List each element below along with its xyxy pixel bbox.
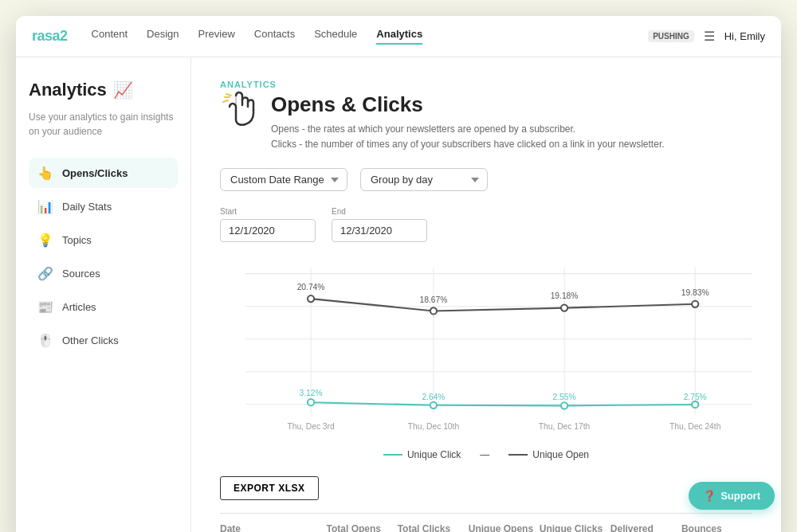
- legend-click-line: [383, 454, 402, 456]
- sidebar-icon: 🔗: [37, 264, 54, 282]
- nav-items: ContentDesignPreviewContactsScheduleAnal…: [92, 28, 649, 45]
- sidebar-item-label: Sources: [62, 268, 100, 280]
- hamburger-icon[interactable]: ☰: [704, 29, 715, 44]
- export-button[interactable]: EXPORT XLSX: [220, 476, 319, 500]
- chart-area: 25 20 15 10 5 0: [245, 261, 752, 436]
- svg-text:19.83%: 19.83%: [681, 289, 709, 298]
- legend-click: Unique Click: [383, 449, 461, 460]
- support-icon: ❓: [703, 490, 716, 502]
- legend-open: Unique Open: [508, 449, 589, 460]
- sidebar-item-opens-clicks[interactable]: 👆Opens/Clicks: [29, 158, 178, 188]
- col-total-opens: Total Opens: [327, 523, 398, 532]
- start-date-label: Start: [220, 207, 316, 216]
- svg-point-26: [308, 399, 314, 405]
- page-title: Opens & Clicks: [271, 92, 665, 117]
- nav-item-analytics[interactable]: Analytics: [376, 28, 422, 45]
- col-total-clicks: Total Clicks: [398, 523, 469, 532]
- user-greeting[interactable]: Hi, Emily: [724, 30, 765, 42]
- svg-text:Thu, Dec 24th: Thu, Dec 24th: [669, 422, 721, 431]
- legend-open-line: [508, 454, 528, 456]
- col-bounces: Bounces: [681, 523, 752, 532]
- filter-row: Custom Date RangeLast 7 daysLast 30 days…: [220, 168, 752, 191]
- analytics-icon: 📈: [113, 80, 133, 100]
- sidebar-item-label: Other Clicks: [62, 334, 119, 346]
- sidebar-item-other-clicks[interactable]: 🖱️Other Clicks: [29, 325, 178, 355]
- pushing-badge: PUSHING: [648, 30, 694, 42]
- svg-point-29: [692, 401, 698, 408]
- page-header: Opens & Clicks Opens - the rates at whic…: [220, 92, 752, 152]
- svg-text:20.74%: 20.74%: [297, 284, 325, 292]
- sidebar-item-topics[interactable]: 💡Topics: [29, 225, 178, 255]
- date-range-inputs: Start End: [220, 207, 752, 242]
- analytics-label: ANALYTICS: [220, 80, 752, 89]
- table-header: DateTotal OpensTotal ClicksUnique OpensU…: [220, 513, 752, 532]
- svg-text:2.64%: 2.64%: [422, 393, 445, 401]
- chart-legend: Unique Click — Unique Open: [220, 449, 752, 460]
- svg-line-2: [226, 94, 231, 96]
- start-date-input[interactable]: [220, 219, 316, 242]
- sidebar-item-label: Daily Stats: [62, 201, 112, 213]
- svg-text:Thu, Dec 17th: Thu, Dec 17th: [539, 422, 591, 431]
- end-date-input[interactable]: [332, 219, 427, 242]
- sidebar-item-label: Articles: [62, 301, 96, 313]
- hand-pointer-icon: [220, 89, 258, 127]
- top-navigation: rasa2 ContentDesignPreviewContactsSchedu…: [16, 16, 781, 57]
- app-window: rasa2 ContentDesignPreviewContactsSchedu…: [16, 16, 781, 532]
- line-chart: 25 20 15 10 5 0: [245, 261, 752, 436]
- sidebar-icon: 📊: [37, 198, 54, 215]
- sidebar-icon: 💡: [37, 231, 54, 248]
- sidebar-item-label: Topics: [62, 234, 92, 246]
- svg-text:Thu, Dec 10th: Thu, Dec 10th: [408, 422, 460, 431]
- sidebar-nav: 👆Opens/Clicks📊Daily Stats💡Topics🔗Sources…: [29, 158, 178, 355]
- svg-text:2.55%: 2.55%: [553, 393, 576, 401]
- nav-item-contacts[interactable]: Contacts: [254, 28, 295, 45]
- nav-item-schedule[interactable]: Schedule: [314, 28, 357, 45]
- sidebar-item-articles[interactable]: 📰Articles: [29, 291, 178, 322]
- logo: rasa2: [32, 28, 68, 45]
- start-date-field: Start: [220, 207, 316, 242]
- end-date-label: End: [332, 207, 427, 216]
- support-label: Support: [720, 490, 760, 502]
- sidebar-title: Analytics 📈: [29, 80, 178, 100]
- sidebar-icon: 🖱️: [37, 331, 54, 349]
- sidebar-description: Use your analytics to gain insights on y…: [29, 110, 178, 139]
- nav-item-design[interactable]: Design: [147, 28, 179, 45]
- date-range-select[interactable]: Custom Date RangeLast 7 daysLast 30 days…: [220, 168, 347, 191]
- nav-item-content[interactable]: Content: [92, 28, 128, 45]
- svg-text:18.67%: 18.67%: [420, 295, 448, 304]
- col-date: Date: [220, 523, 327, 532]
- page-description: Opens - the rates at which your newslett…: [271, 122, 665, 152]
- legend-click-label: Unique Click: [407, 449, 461, 460]
- main-content: ANALYTICS Opens & Clicks: [191, 57, 781, 532]
- svg-text:19.18%: 19.18%: [551, 292, 579, 301]
- svg-point-18: [308, 295, 314, 302]
- col-unique-opens: Unique Opens: [469, 523, 540, 532]
- svg-point-28: [561, 403, 567, 409]
- sidebar-item-label: Opens/Clicks: [62, 167, 128, 179]
- col-delivered: Delivered: [611, 523, 681, 532]
- sidebar: Analytics 📈 Use your analytics to gain i…: [16, 57, 191, 532]
- svg-text:2.75%: 2.75%: [684, 393, 707, 401]
- svg-point-21: [692, 301, 698, 307]
- svg-point-20: [561, 305, 567, 311]
- sidebar-icon: 📰: [37, 298, 54, 315]
- sidebar-item-daily-stats[interactable]: 📊Daily Stats: [29, 191, 178, 221]
- nav-item-preview[interactable]: Preview: [198, 28, 235, 45]
- sidebar-item-sources[interactable]: 🔗Sources: [29, 258, 178, 288]
- svg-line-1: [223, 100, 228, 102]
- legend-open-label: Unique Open: [532, 449, 589, 460]
- chart-svg: 25 20 15 10 5 0: [245, 261, 752, 436]
- sidebar-icon: 👆: [37, 164, 54, 182]
- main-layout: Analytics 📈 Use your analytics to gain i…: [16, 57, 781, 532]
- svg-text:Thu, Dec 3rd: Thu, Dec 3rd: [287, 422, 335, 431]
- nav-right: PUSHING ☰ Hi, Emily: [648, 29, 765, 44]
- svg-point-19: [430, 308, 437, 315]
- legend-separator: —: [480, 449, 489, 460]
- svg-text:3.12%: 3.12%: [300, 389, 323, 398]
- page-title-group: Opens & Clicks Opens - the rates at whic…: [271, 92, 665, 152]
- support-button[interactable]: ❓ Support: [689, 482, 775, 510]
- col-unique-clicks: Unique Clicks: [540, 523, 611, 532]
- group-by-select[interactable]: Group by dayGroup by weekGroup by month: [360, 168, 488, 191]
- svg-point-27: [430, 402, 437, 409]
- end-date-field: End: [332, 207, 427, 242]
